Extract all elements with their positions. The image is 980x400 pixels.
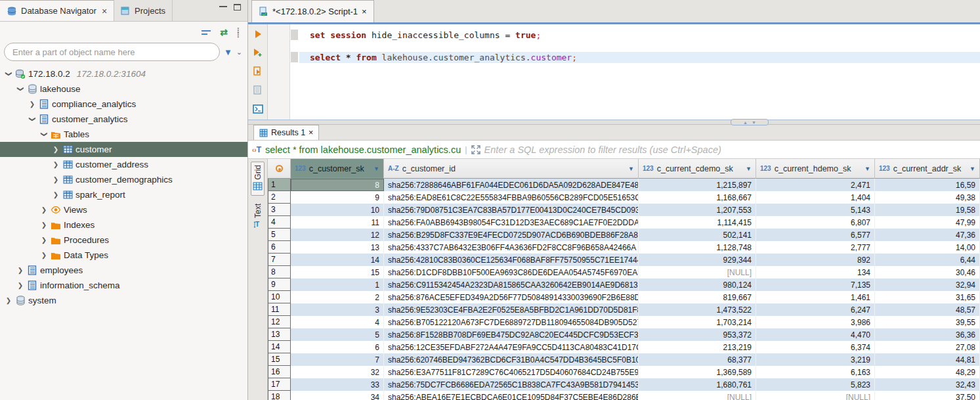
cell-hdemo[interactable]: 1,404: [756, 191, 875, 204]
chevron-collapsed-icon[interactable]: ❯: [50, 176, 62, 183]
presentation-tab-grid[interactable]: Grid: [251, 162, 265, 196]
row-number[interactable]: 17: [268, 378, 291, 391]
tree-item-lakehouse[interactable]: ❯lakehouse: [0, 81, 247, 97]
chevron-expanded-icon[interactable]: ❯: [5, 68, 12, 80]
cell-id[interactable]: sha256:72888646ABF61FA044EDEC061D6DA5A09…: [384, 179, 639, 191]
cell-sk[interactable]: 9: [291, 191, 384, 204]
editor-gutter[interactable]: [268, 24, 290, 120]
column-filter-arrow-icon[interactable]: ▼: [864, 166, 870, 172]
cell-cdemo[interactable]: [NULL]: [639, 391, 756, 400]
column-header-c_customer_sk[interactable]: 123c_customer_sk▼: [291, 159, 384, 179]
cell-hdemo[interactable]: 134: [756, 266, 875, 278]
cell-sk[interactable]: 3: [291, 303, 384, 316]
cell-id[interactable]: sha256:D1CDF8DBB10F500EA9693C86DE6DEAA05…: [384, 266, 639, 278]
column-header-c_customer_id[interactable]: A-Zc_customer_id▼: [384, 159, 639, 179]
cell-cdemo[interactable]: 1,207,553: [639, 204, 756, 216]
tree-item-system[interactable]: ❯system: [0, 293, 247, 308]
row-number[interactable]: 6: [268, 241, 291, 254]
cell-cdemo[interactable]: 1,215,897: [639, 179, 756, 191]
chevron-expanded-icon[interactable]: ❯: [41, 129, 48, 141]
cell-cdemo[interactable]: 1,168,667: [639, 191, 756, 204]
cell-addr[interactable]: 36,36: [875, 328, 980, 341]
maximize-icon[interactable]: [234, 4, 241, 11]
tab-projects[interactable]: Projects: [114, 0, 173, 21]
cell-hdemo[interactable]: 5,143: [756, 204, 875, 216]
tree-item-tables[interactable]: ❯Tables: [0, 127, 247, 142]
row-number[interactable]: 14: [268, 341, 291, 353]
chevron-collapsed-icon[interactable]: ❯: [38, 252, 50, 259]
collapse-up-icon[interactable]: ▲: [743, 120, 748, 125]
tree-item-customer-demographics[interactable]: ❯customer_demographics: [0, 172, 247, 187]
cell-cdemo[interactable]: [NULL]: [639, 266, 756, 278]
cell-id[interactable]: sha256:C9115342454A2323DA815865CAA326064…: [384, 278, 639, 291]
minimize-icon[interactable]: [219, 6, 227, 8]
cell-sk[interactable]: 32: [291, 366, 384, 378]
tree-item-data-types[interactable]: ❯Data Types: [0, 248, 247, 263]
cell-sk[interactable]: 8: [291, 179, 384, 191]
cell-sk[interactable]: 6: [291, 341, 384, 353]
cell-hdemo[interactable]: [NULL]: [756, 391, 875, 400]
chevron-expanded-icon[interactable]: ❯: [29, 114, 36, 125]
cell-cdemo[interactable]: 213,219: [639, 341, 756, 353]
column-header-c_current_cdemo_sk[interactable]: 123c_current_cdemo_sk▼: [639, 159, 756, 179]
cell-sk[interactable]: 15: [291, 266, 384, 278]
splitter-collapse-control[interactable]: ▲ ▼: [731, 119, 769, 125]
chevron-collapsed-icon[interactable]: ❯: [14, 267, 26, 274]
cell-addr[interactable]: 16,59: [875, 179, 980, 191]
cell-id[interactable]: sha256:4337C7AB6432E3B06FF4A3636FD2F8CC8…: [384, 241, 639, 254]
row-number[interactable]: 12: [268, 316, 291, 328]
row-number[interactable]: 2: [268, 191, 291, 204]
cell-hdemo[interactable]: 2,777: [756, 241, 875, 254]
collapse-down-icon[interactable]: ▼: [752, 120, 756, 125]
chevron-down-icon[interactable]: ⌄: [236, 48, 242, 56]
editor-results-splitter[interactable]: ▲ ▼: [248, 120, 980, 125]
filter-funnel-icon[interactable]: ▼: [224, 47, 232, 57]
cell-cdemo[interactable]: 953,372: [639, 328, 756, 341]
cell-addr[interactable]: 19,58: [875, 204, 980, 216]
presentation-tab-text[interactable]: TextT: [252, 201, 264, 234]
cell-addr[interactable]: 44,81: [875, 353, 980, 366]
cell-id[interactable]: sha256:B705122120A673FC7DE6889727DB11809…: [384, 316, 639, 328]
row-number[interactable]: 18: [268, 391, 291, 400]
row-number[interactable]: 15: [268, 353, 291, 366]
cell-sk[interactable]: 14: [291, 254, 384, 266]
cell-id[interactable]: sha256:B295D8FC337E9E4FECD0725D907ACD6B6…: [384, 229, 639, 241]
cell-addr[interactable]: 27,08: [875, 341, 980, 353]
cell-sk[interactable]: 10: [291, 204, 384, 216]
row-number[interactable]: 16: [268, 366, 291, 378]
cell-id[interactable]: sha256:E3A77511F81C7289C76C4065217D5D406…: [384, 366, 639, 378]
cell-hdemo[interactable]: 3,986: [756, 316, 875, 328]
column-filter-arrow-icon[interactable]: ▼: [628, 166, 634, 172]
cell-addr[interactable]: 6,44: [875, 254, 980, 266]
close-icon[interactable]: ×: [362, 7, 367, 16]
cell-hdemo[interactable]: 4,470: [756, 328, 875, 341]
tree-item-information-schema[interactable]: ❯information_schema: [0, 278, 247, 293]
cell-hdemo[interactable]: 2,471: [756, 179, 875, 191]
tree-item-customer-analytics[interactable]: ❯customer_analytics: [0, 112, 247, 127]
cell-addr[interactable]: 32,43: [875, 378, 980, 391]
cell-addr[interactable]: 14,00: [875, 241, 980, 254]
row-number[interactable]: 7: [268, 254, 291, 266]
tab-sql-script[interactable]: *<172.18.0.2> Script-1 ×: [251, 0, 374, 22]
row-number[interactable]: 4: [268, 216, 291, 229]
sql-code-area[interactable]: set session hide_inaccessible_columns = …: [299, 24, 980, 120]
cell-sk[interactable]: 4: [291, 316, 384, 328]
cell-id[interactable]: sha256:75DC7FCB6686EDA72565C1B838CA7FC43…: [384, 378, 639, 391]
tab-database-navigator[interactable]: Database Navigator ×: [0, 0, 114, 21]
chevron-collapsed-icon[interactable]: ❯: [38, 236, 50, 244]
cell-sk[interactable]: 12: [291, 229, 384, 241]
cell-hdemo[interactable]: 6,807: [756, 216, 875, 229]
tree-item-procedures[interactable]: ❯Procedures: [0, 233, 247, 248]
cell-cdemo[interactable]: 502,141: [639, 229, 756, 241]
row-number[interactable]: 5: [268, 229, 291, 241]
chevron-collapsed-icon[interactable]: ❯: [50, 191, 62, 198]
cell-id[interactable]: sha256:8F1528BB708DF69EB475DC92A8C20EC44…: [384, 328, 639, 341]
cell-hdemo[interactable]: 892: [756, 254, 875, 266]
cell-cdemo[interactable]: 980,124: [639, 278, 756, 291]
execute-new-tab-icon[interactable]: [253, 48, 263, 57]
code-line-2[interactable]: [299, 41, 980, 52]
cell-sk[interactable]: 34: [291, 391, 384, 400]
grid-corner-cell[interactable]: [268, 159, 291, 179]
cell-cdemo[interactable]: 1,680,761: [639, 378, 756, 391]
cell-sk[interactable]: 2: [291, 291, 384, 303]
